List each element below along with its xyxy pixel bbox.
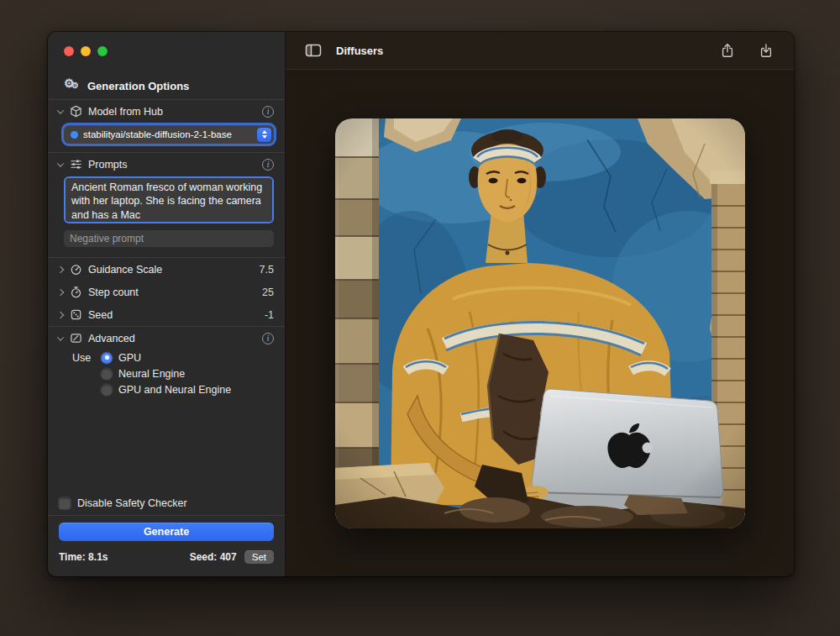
seed-value: -1 [265, 309, 274, 321]
seed-status: Seed: 407 [190, 551, 237, 563]
titlebar-actions [718, 42, 775, 59]
main-pane: Diffusers [286, 32, 794, 576]
set-seed-button[interactable]: Set [244, 550, 274, 564]
seed-row[interactable]: Seed -1 [48, 303, 285, 326]
prompt-input[interactable]: Ancient Roman fresco of woman working wi… [64, 176, 274, 223]
close-window-button[interactable] [64, 46, 74, 56]
advanced-row[interactable]: Advanced i [48, 327, 285, 350]
generation-options-label: Generation Options [87, 80, 189, 92]
generate-button[interactable]: Generate [59, 523, 274, 541]
share-icon[interactable] [718, 42, 737, 59]
guidance-scale-value: 7.5 [260, 264, 274, 276]
guidance-scale-label: Guidance Scale [88, 264, 162, 276]
chevron-right-icon [57, 311, 64, 318]
negative-prompt-input[interactable] [64, 230, 274, 247]
model-from-hub-label: Model from Hub [88, 106, 163, 118]
model-cube-icon [69, 105, 82, 118]
chevron-right-icon [57, 265, 64, 272]
gears-icon: ⚙ ⚙ [64, 79, 81, 92]
prompts-label: Prompts [88, 159, 128, 171]
step-count-label: Step count [88, 286, 139, 298]
dice-icon [69, 308, 82, 322]
radio-gpu-label: GPU [118, 352, 141, 364]
use-label: Use [72, 352, 95, 364]
info-icon[interactable]: i [262, 159, 274, 171]
generation-options-header: ⚙ ⚙ Generation Options [48, 56, 285, 99]
chevron-down-icon [57, 107, 64, 113]
divider [48, 515, 285, 516]
radio-gpu-and-neural-engine[interactable] [101, 384, 113, 396]
chevron-down-icon [57, 160, 64, 166]
compute-option-row: Neural Engine [48, 365, 285, 381]
disable-safety-checkbox[interactable] [59, 497, 71, 509]
compute-option-row: GPU and Neural Engine [48, 381, 285, 397]
radio-neural-engine[interactable] [101, 368, 113, 380]
sidebar-spacer [48, 397, 285, 491]
prompts-row[interactable]: Prompts i [48, 153, 285, 176]
chevron-down-icon [57, 334, 64, 340]
titlebar: Diffusers [286, 32, 794, 70]
window-title: Diffusers [336, 45, 383, 57]
compute-option-row: Use GPU [48, 350, 285, 365]
guidance-scale-row[interactable]: Guidance Scale 7.5 [48, 258, 285, 281]
step-count-row[interactable]: Step count 25 [48, 281, 285, 303]
advanced-label: Advanced [88, 333, 135, 344]
model-select-value: stabilityai/stable-diffusion-2-1-base [83, 129, 232, 139]
sidebar-toggle-icon[interactable] [304, 42, 323, 59]
zoom-window-button[interactable] [97, 46, 108, 56]
radio-neural-engine-label: Neural Engine [118, 368, 185, 380]
radio-gpu-and-neural-engine-label: GPU and Neural Engine [118, 384, 231, 396]
seed-label: Seed [88, 309, 113, 321]
advanced-icon [69, 332, 82, 345]
info-icon[interactable]: i [262, 333, 274, 344]
download-icon[interactable] [757, 42, 775, 59]
gauge-icon [69, 263, 82, 276]
app-window: ⚙ ⚙ Generation Options Model from Hub i … [48, 32, 794, 576]
step-count-value: 25 [262, 286, 274, 298]
model-from-hub-row[interactable]: Model from Hub i [48, 100, 285, 123]
generated-image [335, 118, 745, 528]
disable-safety-label: Disable Safety Checker [77, 497, 187, 509]
status-bar: Time: 8.1s Seed: 407 Set [48, 549, 285, 576]
chevron-right-icon [57, 288, 64, 295]
model-status-dot [71, 131, 78, 139]
stopwatch-icon [69, 286, 82, 299]
desktop: { "colors": { "accent_blue": "#3b76f3", … [0, 0, 840, 636]
sidebar: ⚙ ⚙ Generation Options Model from Hub i … [48, 32, 286, 576]
radio-gpu[interactable] [101, 352, 113, 364]
safety-checker-row: Disable Safety Checker [48, 491, 285, 515]
canvas-area [286, 70, 794, 576]
model-select[interactable]: stabilityai/stable-diffusion-2-1-base [64, 125, 274, 144]
minimize-window-button[interactable] [81, 46, 91, 56]
info-icon[interactable]: i [262, 106, 274, 118]
traffic-lights [48, 32, 285, 56]
fresco-illustration [335, 118, 745, 528]
time-status: Time: 8.1s [59, 551, 108, 563]
prompts-sliders-icon [69, 158, 82, 171]
popup-chevrons-icon [257, 128, 271, 142]
